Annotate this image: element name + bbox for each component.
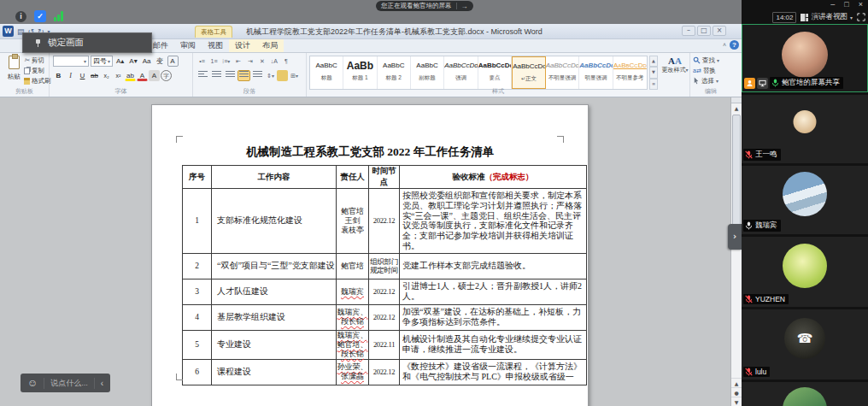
chat-input[interactable]: 说点什么... <box>50 378 88 389</box>
line-spacing-icon[interactable]: ⇕ <box>265 70 276 81</box>
style-normal-selected[interactable]: AaBbCcDd正文 <box>512 56 546 89</box>
style-intense-emphasis[interactable]: AaBbCcDc明显强调 <box>579 56 613 89</box>
style-subtle-emphasis[interactable]: AaBbCcDd不明显强调 <box>546 56 580 89</box>
character-shading-icon[interactable]: A <box>149 70 160 81</box>
next-page-icon[interactable]: ▼ <box>731 397 742 406</box>
subscript-icon[interactable]: x₂ <box>101 70 112 81</box>
meeting-minimize-button[interactable]: – <box>830 0 835 9</box>
sidebar-toggle-handle[interactable]: › <box>728 224 742 250</box>
replace-button[interactable]: a⇄ 替换 <box>693 66 719 75</box>
style-heading2[interactable]: AaBbC标题 2 <box>378 56 411 89</box>
show-marks-icon[interactable]: ¶ <box>280 56 291 67</box>
change-case-icon[interactable]: Aa <box>141 56 153 67</box>
network-quality-icon[interactable] <box>54 11 63 21</box>
grow-font-icon[interactable]: A▴ <box>114 56 126 67</box>
emoji-icon[interactable]: ☺ <box>27 378 38 388</box>
chat-collapse-icon[interactable]: ‹ <box>101 379 103 388</box>
scrollbar-thumb[interactable] <box>732 115 741 230</box>
superscript-icon[interactable]: x² <box>113 70 124 81</box>
styles-scroll-up-icon[interactable]: ▲ <box>649 56 658 67</box>
align-left-icon[interactable] <box>196 70 209 81</box>
highlight-color-icon[interactable]: ab <box>125 70 136 81</box>
character-border-icon[interactable]: A <box>167 56 179 67</box>
underline-icon[interactable]: U <box>77 70 88 81</box>
font-size-combobox[interactable]: 四号 <box>91 56 113 67</box>
tab-table-layout[interactable]: 布局 <box>256 39 284 52</box>
pin-screen-menu[interactable]: 锁定画面 <box>22 32 152 53</box>
document-page[interactable]: 机械制造工程系教工党支部 2022 年工作任务清单 序号 工作内容 责任人 时间… <box>151 104 589 406</box>
word-minimize-button[interactable]: – <box>682 26 695 36</box>
table-row: 2 “双创”项目与“三型”党支部建设 鲍官培 组织部门 规定时间 党建工作样本支… <box>183 253 587 279</box>
fullscreen-icon[interactable] <box>857 13 865 21</box>
security-shield-icon[interactable]: ✓ <box>34 10 46 22</box>
enclose-characters-icon[interactable]: 字 <box>161 70 172 81</box>
style-strong[interactable]: AaBbCcDc要点 <box>478 56 513 89</box>
styles-scroll-down-icon[interactable]: ▼ <box>649 67 658 78</box>
bold-icon[interactable]: B <box>53 70 64 81</box>
previous-page-icon[interactable]: ▲ <box>731 378 742 387</box>
document-window-title: 机械工程学院教工党支部2022年工作任务清单-机械系教工党支部.docx - M… <box>246 26 542 38</box>
format-painter-button[interactable]: 格式刷 <box>24 76 51 85</box>
info-icon[interactable]: i <box>15 11 26 22</box>
numbering-icon[interactable]: 1≡ <box>208 56 220 67</box>
mic-muted-icon <box>745 295 753 303</box>
find-button[interactable]: 查找 <box>693 56 719 65</box>
minimize-ribbon-icon[interactable]: ˄ <box>723 42 726 48</box>
style-subtitle[interactable]: AaBbC副标题 <box>411 56 444 89</box>
meeting-close-button[interactable]: × <box>859 0 863 9</box>
tab-view[interactable]: 视图 <box>202 39 229 52</box>
split-handle[interactable] <box>731 97 742 103</box>
shrink-font-icon[interactable]: A▾ <box>127 56 138 67</box>
cut-button[interactable]: 剪切 <box>24 56 51 65</box>
distribute-icon[interactable] <box>251 70 264 81</box>
multilevel-list-icon[interactable]: ⁝≡ <box>220 56 232 67</box>
paste-button[interactable]: 粘贴 <box>4 56 23 81</box>
align-right-icon[interactable] <box>224 70 237 81</box>
document-scrollbar[interactable]: ▲ ▲ ● ▼ <box>730 97 742 406</box>
participant-tile-screen-share[interactable]: 鲍官培的屏幕共享 <box>742 24 868 92</box>
select-button[interactable]: 选择 <box>693 76 719 85</box>
decrease-indent-icon[interactable]: ⇤ <box>232 56 243 67</box>
style-emphasis[interactable]: AaBbCcDd强调 <box>444 56 478 89</box>
font-name-combobox[interactable] <box>53 56 89 67</box>
justify-icon[interactable] <box>238 70 250 81</box>
strikethrough-icon[interactable]: ab <box>89 70 100 81</box>
participant-tile-partial[interactable] <box>742 382 868 406</box>
change-styles-button[interactable]: AA 更改样式 <box>661 56 689 74</box>
select-browse-object-icon[interactable]: ● <box>731 387 742 397</box>
bullets-icon[interactable]: •≡ <box>196 56 208 67</box>
style-subtle-reference[interactable]: AaBbCcDd不明显参考 <box>613 56 647 89</box>
header-task: 工作内容 <box>212 166 337 189</box>
tab-table-design[interactable]: 设计 <box>229 39 256 52</box>
chat-quick-bar[interactable]: ☺ 说点什么... ‹ <box>21 374 110 392</box>
participant-tile[interactable]: YUZHEN <box>742 237 868 307</box>
watching-banner-text: 您正在观看鲍官培的屏幕 <box>381 2 452 10</box>
italic-icon[interactable]: I <box>65 70 76 81</box>
word-close-button[interactable]: × <box>713 26 726 36</box>
scroll-up-icon[interactable]: ▲ <box>731 103 742 114</box>
participant-tile[interactable]: 王一鸣 <box>742 95 868 163</box>
word-maximize-button[interactable]: □ <box>697 26 711 36</box>
word-app-icon[interactable]: W <box>3 26 14 37</box>
participant-tile[interactable]: ☎ lulu <box>742 309 868 380</box>
chat-divider <box>44 378 44 389</box>
copy-button[interactable]: 复制 <box>24 66 51 75</box>
font-color-icon[interactable]: A <box>137 70 148 81</box>
style-heading1[interactable]: AaBb标题 1 <box>343 56 377 89</box>
participant-tile[interactable]: 魏瑞宾 <box>742 166 868 234</box>
header-criteria: 验收标准（完成标志） <box>400 166 587 189</box>
phonetic-guide-icon[interactable]: 变 <box>155 56 166 67</box>
meeting-maximize-button[interactable]: □ <box>844 0 848 9</box>
help-icon[interactable]: ? <box>730 40 739 50</box>
view-mode-button[interactable]: 演讲者视图 ▾ <box>801 12 853 22</box>
sort-icon[interactable]: ↓A <box>268 56 279 67</box>
shading-icon[interactable] <box>277 70 288 81</box>
asian-layout-icon[interactable]: ✕ <box>256 56 267 67</box>
borders-icon[interactable]: ⊞ <box>289 70 300 81</box>
style-heading[interactable]: AaBbC标题 <box>310 56 343 89</box>
increase-indent-icon[interactable]: ⇥ <box>244 56 255 67</box>
tab-review[interactable]: 审阅 <box>174 39 202 52</box>
align-center-icon[interactable] <box>210 70 223 81</box>
banner-arrow-icon[interactable]: → <box>461 3 468 10</box>
margin-mark <box>557 136 564 143</box>
